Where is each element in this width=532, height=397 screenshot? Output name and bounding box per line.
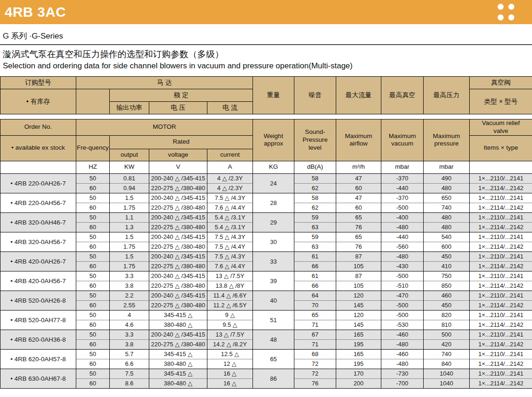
current-cell: 7.5 △ /4.3Y	[207, 193, 253, 203]
weight-cell: 24	[253, 173, 294, 193]
unit-pressure: mbar	[424, 161, 470, 173]
voltage-cell: 345-415 △	[149, 310, 207, 320]
sound-level-cell: 63	[294, 222, 336, 232]
max-pressure-cell: 740	[424, 203, 470, 212]
frequency-cell: 60	[76, 242, 110, 251]
voltage-cell: 345-415 △	[149, 349, 207, 359]
output-kw-cell: 2.55	[110, 300, 149, 310]
en-header-frequency: Fre-quency	[76, 135, 110, 161]
max-airflow-cell: 195	[336, 339, 381, 349]
frequency-cell: 60	[76, 300, 110, 310]
current-cell: 7.5 △ /4.3Y	[207, 251, 253, 261]
table-row: • 4RB 420-0AH26-7501.5200-240 △ /345-415…	[0, 251, 532, 261]
voltage-cell: 220-275 △ /380-480	[149, 203, 207, 212]
max-vacuum-cell: -730	[381, 369, 424, 378]
max-vacuum-cell: -500	[381, 271, 424, 281]
sound-level-cell: 66	[294, 261, 336, 271]
max-airflow-cell: 47	[336, 173, 381, 183]
current-cell: 5.4 △ /3.1Y	[207, 222, 253, 232]
max-pressure-cell: 820	[424, 310, 470, 320]
voltage-cell: 200-240 △ /345-415	[149, 173, 207, 183]
weight-cell: 48	[253, 330, 294, 349]
max-airflow-cell: 120	[336, 291, 381, 300]
sound-level-cell: 61	[294, 271, 336, 281]
max-pressure-cell: 450	[424, 251, 470, 261]
model-cell: • 4RB 320-0AH46-7	[0, 212, 76, 232]
max-pressure-cell: 850	[424, 281, 470, 291]
voltage-cell: 200-240 △ /345-415	[149, 212, 207, 222]
sound-level-cell: 59	[294, 212, 336, 222]
max-vacuum-cell: -510	[381, 281, 424, 291]
table-row: • 4RB 520-0AH26-8502.2200-240 △ /345-415…	[0, 291, 532, 300]
max-airflow-cell: 165	[336, 330, 381, 339]
unit-kw: KW	[110, 161, 149, 173]
en-header-type-model: Items × type	[470, 135, 532, 161]
vacuum-valve-cell: 1×...2110/...2141	[470, 369, 532, 378]
zh-header-max-pressure: 最高压力	[424, 77, 470, 114]
table-row: • 4RB 420-0AH56-7503.3200-240 △ /345-415…	[0, 271, 532, 281]
voltage-cell: 200-240 △ /345-415	[149, 291, 207, 300]
unit-v: V	[149, 161, 207, 173]
max-vacuum-cell: -460	[381, 349, 424, 359]
max-airflow-cell: 195	[336, 359, 381, 369]
max-pressure-cell: 650	[424, 193, 470, 203]
max-pressure-cell: 840	[424, 359, 470, 369]
main-data-table: Order No. MOTOR Weight approx Sound- Pre…	[0, 119, 532, 389]
current-cell: 7.6 △ /4.4Y	[207, 203, 253, 212]
en-header-output: output	[110, 149, 149, 161]
unit-kg: KG	[253, 161, 294, 173]
current-cell: 14.2 △ /8.2Y	[207, 339, 253, 349]
max-vacuum-cell: -440	[381, 232, 424, 242]
vacuum-valve-cell: 1×...2114/...2142	[470, 222, 532, 232]
weight-cell: 40	[253, 291, 294, 310]
voltage-cell: 380-480 △	[149, 359, 207, 369]
output-kw-cell: 7.5	[110, 369, 149, 378]
max-airflow-cell: 76	[336, 222, 381, 232]
vacuum-valve-cell: 1×...2114/...2142	[470, 261, 532, 271]
sound-level-cell: 68	[294, 349, 336, 359]
voltage-cell: 220-275 △ /380-480	[149, 242, 207, 251]
zh-header-max-airflow: 最大流量	[336, 77, 381, 114]
max-pressure-cell: 1040	[424, 378, 470, 388]
en-header-order-no: Order No.	[0, 119, 76, 136]
zh-header-ex-stock: • 有库存	[0, 89, 76, 114]
frequency-cell: 60	[76, 281, 110, 291]
vacuum-valve-cell: 1×...2110/...2141	[470, 310, 532, 320]
output-kw-cell: 3.3	[110, 271, 149, 281]
max-vacuum-cell: -530	[381, 320, 424, 330]
sound-level-cell: 65	[294, 310, 336, 320]
max-pressure-cell: 410	[424, 261, 470, 271]
output-kw-cell: 4	[110, 310, 149, 320]
max-airflow-cell: 145	[336, 300, 381, 310]
weight-cell: 65	[253, 349, 294, 369]
output-kw-cell: 3.3	[110, 330, 149, 339]
max-pressure-cell: 480	[424, 222, 470, 232]
frequency-cell: 50	[76, 369, 110, 378]
voltage-cell: 200-240 △ /345-415	[149, 251, 207, 261]
sound-level-cell: 61	[294, 251, 336, 261]
zh-header-voltage: 电 压	[149, 102, 207, 114]
current-cell: 11.4 △ /6.6Y	[207, 291, 253, 300]
zh-header-weight: 重量	[253, 77, 294, 114]
sound-level-cell: 62	[294, 183, 336, 193]
vacuum-valve-cell: 1×...2114/...2142	[470, 300, 532, 310]
vacuum-valve-cell: 1×...2110/...2141	[470, 349, 532, 359]
en-header-ex-stock: • available ex stock	[0, 135, 76, 161]
model-cell: • 4RB 320-0AH56-7	[0, 232, 76, 251]
vacuum-valve-cell: 1×...2114/...2142	[470, 359, 532, 369]
four-dots-icon	[498, 4, 514, 20]
max-vacuum-cell: -470	[381, 291, 424, 300]
voltage-cell: 200-240 △ /345-415	[149, 271, 207, 281]
zh-header-vacuum-valve: 真空阀	[470, 77, 532, 89]
sound-level-cell: 59	[294, 232, 336, 242]
max-vacuum-cell: -430	[381, 261, 424, 271]
max-airflow-cell: 65	[336, 232, 381, 242]
max-pressure-cell: 1040	[424, 369, 470, 378]
voltage-cell: 345-415 △	[149, 369, 207, 378]
weight-cell: 29	[253, 212, 294, 232]
sound-level-cell: 72	[294, 369, 336, 378]
zh-header-type-model: 类型 × 型号	[470, 89, 532, 114]
current-cell: 12 △	[207, 359, 253, 369]
current-cell: 7.5 △ /4.4Y	[207, 242, 253, 251]
en-header-weight: Weight approx	[253, 119, 294, 161]
